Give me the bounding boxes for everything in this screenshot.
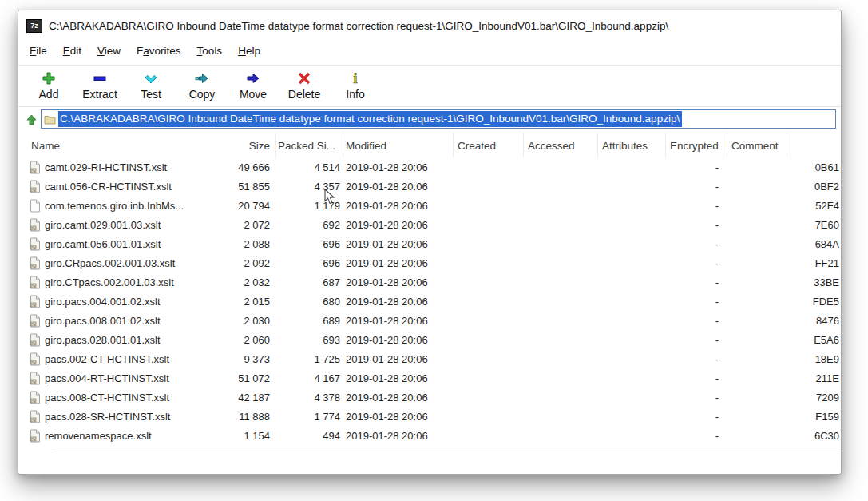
column-header-name[interactable]: Name — [31, 140, 60, 152]
table-row[interactable]: giro.pacs.008.001.02.xslt2 0306892019-01… — [18, 312, 841, 331]
up-one-level-button[interactable] — [25, 113, 38, 126]
xslt-file-icon — [30, 237, 41, 253]
file-name[interactable]: camt.029-RI-HCTINST.xslt — [45, 161, 167, 173]
file-packed-size: 696 — [276, 257, 340, 269]
info-icon: i — [347, 70, 363, 87]
file-icon — [30, 199, 41, 215]
column-divider[interactable] — [453, 133, 454, 157]
xslt-file-icon — [30, 218, 41, 234]
column-divider[interactable] — [597, 133, 598, 157]
column-header-accessed[interactable]: Accessed — [528, 140, 575, 152]
file-packed-size: 1 774 — [276, 411, 340, 423]
table-row[interactable]: camt.056-CR-HCTINST.xslt51 8554 3572019-… — [18, 177, 841, 197]
column-divider[interactable] — [665, 133, 666, 157]
table-row[interactable]: pacs.008-CT-HCTINST.xslt42 1874 3782019-… — [18, 388, 841, 408]
column-header-comment[interactable]: Comment — [731, 140, 779, 152]
xslt-file-icon — [30, 391, 41, 407]
file-packed-size: 696 — [276, 238, 340, 250]
delete-button[interactable]: Delete — [279, 68, 330, 102]
menu-item-favorites[interactable]: Favorites — [129, 41, 189, 63]
address-bar-input[interactable]: C:\ABRAKADABRA\GIRO Inbound DateTime dat… — [41, 109, 836, 129]
table-row[interactable]: giro.CTpacs.002.001.03.xslt2 0326872019-… — [18, 273, 841, 292]
info-button[interactable]: i Info — [330, 68, 381, 102]
column-header-created[interactable]: Created — [458, 140, 496, 152]
table-row[interactable]: giro.camt.029.001.03.xslt2 0726922019-01… — [18, 216, 841, 235]
file-name[interactable]: giro.CTpacs.002.001.03.xslt — [45, 276, 174, 288]
file-crc: 6C30 — [803, 430, 839, 442]
file-size: 11 888 — [198, 411, 270, 423]
table-row[interactable]: giro.CRpacs.002.001.03.xslt2 0926962019-… — [18, 254, 841, 273]
file-name[interactable]: pacs.028-SR-HCTINST.xslt — [45, 411, 170, 423]
file-encrypted: - — [670, 238, 719, 250]
file-encrypted: - — [670, 257, 719, 269]
column-header-size[interactable]: Size — [210, 140, 270, 152]
add-button[interactable]: Add — [23, 68, 74, 102]
xslt-file-icon — [30, 276, 41, 292]
column-divider[interactable] — [275, 133, 276, 157]
extract-button[interactable]: Extract — [74, 68, 125, 102]
file-size: 42 187 — [198, 392, 270, 404]
menu-item-help[interactable]: Help — [230, 41, 268, 63]
column-header-encrypted[interactable]: Encrypted — [670, 140, 719, 152]
file-crc: 52F4 — [803, 200, 839, 212]
copy-button[interactable]: Copy — [176, 68, 228, 102]
file-encrypted: - — [670, 334, 719, 346]
menu-item-file[interactable]: File — [22, 41, 55, 63]
delete-x-icon — [296, 70, 312, 87]
file-modified: 2019-01-28 20:06 — [346, 219, 428, 231]
file-name[interactable]: pacs.008-CT-HCTINST.xslt — [45, 392, 169, 404]
address-path-selected[interactable]: C:\ABRAKADABRA\GIRO Inbound DateTime dat… — [58, 111, 682, 127]
table-row[interactable]: giro.camt.056.001.01.xslt2 0886962019-01… — [18, 235, 841, 254]
table-row[interactable]: pacs.002-CT-HCTINST.xslt9 3731 7252019-0… — [18, 350, 841, 369]
xslt-file-icon — [30, 314, 41, 330]
column-divider[interactable] — [787, 133, 787, 157]
test-button[interactable]: Test — [125, 68, 176, 102]
xslt-file-icon — [30, 429, 41, 445]
menu-item-view[interactable]: View — [89, 41, 129, 63]
file-name[interactable]: giro.pacs.028.001.01.xslt — [45, 334, 161, 346]
table-row[interactable]: com.temenos.giro.inb.InbMs...20 7941 179… — [18, 197, 841, 216]
file-encrypted: - — [670, 276, 719, 288]
file-name[interactable]: removenamespace.xslt — [45, 430, 152, 442]
file-modified: 2019-01-28 20:06 — [346, 372, 428, 384]
file-list: camt.029-RI-HCTINST.xslt49 6664 5142019-… — [18, 158, 841, 474]
xslt-file-icon — [30, 161, 41, 177]
column-divider[interactable] — [343, 133, 343, 157]
file-name[interactable]: giro.CRpacs.002.001.03.xslt — [45, 257, 175, 269]
file-name[interactable]: pacs.002-CT-HCTINST.xslt — [45, 353, 169, 365]
table-row[interactable]: giro.pacs.028.001.01.xslt2 0606932019-01… — [18, 331, 841, 350]
toolbar: Add Extract Test Copy Move — [23, 68, 381, 106]
file-size: 2 092 — [198, 257, 270, 269]
column-divider[interactable] — [523, 133, 524, 157]
menu-item-tools[interactable]: Tools — [189, 41, 231, 63]
table-row[interactable]: pacs.004-RT-HCTINST.xslt51 0724 1672019-… — [18, 369, 841, 388]
column-header-attributes[interactable]: Attributes — [602, 140, 648, 152]
file-name[interactable]: giro.camt.029.001.03.xslt — [45, 219, 161, 231]
file-modified: 2019-01-28 20:06 — [346, 430, 428, 442]
file-packed-size: 687 — [276, 276, 340, 288]
file-name[interactable]: camt.056-CR-HCTINST.xslt — [45, 181, 172, 193]
table-row[interactable]: camt.029-RI-HCTINST.xslt49 6664 5142019-… — [18, 158, 841, 177]
file-crc: 18E9 — [803, 353, 839, 365]
file-name[interactable]: com.temenos.giro.inb.InbMs... — [45, 200, 184, 212]
table-row[interactable]: removenamespace.xslt1 1544942019-01-28 2… — [18, 427, 841, 446]
file-name[interactable]: pacs.004-RT-HCTINST.xslt — [45, 372, 169, 384]
column-divider[interactable] — [727, 133, 727, 157]
file-packed-size: 494 — [276, 430, 340, 442]
table-row[interactable]: giro.pacs.004.001.02.xslt2 0156802019-01… — [18, 292, 841, 312]
file-crc: F159 — [803, 411, 839, 423]
column-header-modified[interactable]: Modified — [346, 140, 386, 152]
file-name[interactable]: giro.pacs.004.001.02.xslt — [45, 296, 161, 308]
column-header-packed-size[interactable]: Packed Si... — [278, 140, 335, 152]
window-title: C:\ABRAKADABRA\GIRO Inbound DateTime dat… — [49, 20, 668, 32]
test-button-label: Test — [141, 88, 161, 101]
table-row[interactable]: pacs.028-SR-HCTINST.xslt11 8881 7742019-… — [18, 408, 841, 427]
menu-separator — [18, 65, 841, 66]
file-name[interactable]: giro.pacs.008.001.02.xslt — [45, 315, 161, 327]
file-size: 2 072 — [198, 219, 270, 231]
file-name[interactable]: giro.camt.056.001.01.xslt — [45, 238, 161, 250]
menu-item-edit[interactable]: Edit — [55, 41, 89, 63]
file-crc: 0B61 — [803, 161, 839, 173]
move-button-label: Move — [240, 88, 267, 101]
move-button[interactable]: Move — [228, 68, 279, 102]
